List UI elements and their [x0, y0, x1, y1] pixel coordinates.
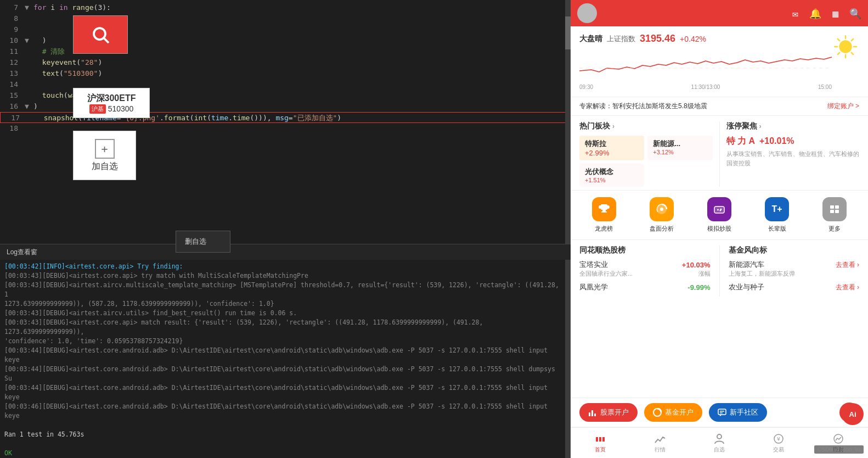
svg-point-16 [660, 208, 663, 211]
limit-stock-desc: 从事珠宝销售、汽车销售、物业租赁、汽车检修的国资控股 [726, 149, 860, 167]
stock-name: 宝塔实业 [579, 260, 608, 270]
ranking-item-baota[interactable]: 宝塔实业 +10.03% 全国轴承行业六家... 涨幅 [579, 260, 711, 278]
line-arrow [25, 68, 33, 79]
line-number: 13 [0, 68, 25, 79]
qr-icon[interactable]: ▦ [832, 8, 838, 19]
sector-name: 光伏概念 [585, 167, 639, 177]
envelope-icon[interactable]: ✉ [792, 8, 798, 19]
line-arrow [25, 90, 33, 101]
log-line: OK [4, 449, 566, 458]
log-scrollbar[interactable] [565, 260, 571, 458]
hot-stocks-col: 同花顺热股榜 宝塔实业 +10.03% 全国轴承行业六家... 涨幅 凤凰光学 … [579, 245, 711, 297]
btn-label: 股票开户 [600, 407, 629, 417]
fund-account-button[interactable]: 基金开户 [644, 403, 702, 422]
sector-pv[interactable]: 光伏概念 +1.51% [579, 164, 644, 187]
svg-rect-17 [714, 206, 724, 213]
chart-svg [579, 49, 832, 82]
ai-label: Ai [849, 410, 856, 418]
log-line: [00:03:43][DEBUG]<airtest.core.api> matc… [4, 318, 566, 337]
search-icon [91, 25, 110, 44]
ranking-divider [719, 245, 720, 297]
line-number: 15 [0, 90, 25, 101]
limit-up-stock-row: 特 力 A +10.01% [726, 136, 860, 147]
func-elder[interactable]: T+ 长辈版 [765, 197, 789, 233]
fund-item-agri[interactable]: 农业与种子 去查看 › [729, 282, 860, 292]
func-label: 更多 [828, 225, 841, 233]
svg-rect-37 [599, 439, 601, 442]
scrollbar-thumb[interactable] [565, 16, 571, 49]
ai-badge[interactable]: Ai [842, 403, 864, 425]
circle-chart-icon [653, 408, 662, 417]
ranking-item-fenghuang[interactable]: 凤凰光学 -9.99% [579, 282, 711, 292]
market-value: 3195.46 [640, 33, 675, 44]
log-line: [00:03:43][DEBUG]<airtest.aircv.utils> f… [4, 309, 566, 318]
func-more[interactable]: 更多 [822, 197, 847, 233]
code-line-13: 13 text("510300") [0, 68, 571, 79]
func-longhubang[interactable]: 龙虎榜 [592, 197, 616, 233]
market-card: 大盘晴 上证指数 3195.46 +0.42% 09:30 11:30/13:0… [571, 26, 868, 97]
stock-change: +10.03% [682, 261, 711, 269]
sector-name: 新能源... [653, 139, 707, 149]
log-line: [00:03:42][INFO]<airtest.core.api> Try f… [4, 262, 566, 271]
context-menu-item-delete[interactable]: 删自选 [176, 233, 230, 250]
stock-code: 510300 [108, 104, 134, 113]
overlay-search-screenshot [73, 15, 128, 54]
stock-change: -9.99% [687, 283, 710, 292]
person-icon [713, 433, 725, 445]
svg-point-22 [719, 210, 721, 211]
stock-desc: 全国轴承行业六家... [579, 270, 633, 278]
fund-link[interactable]: 去查看 › [836, 283, 859, 292]
log-line: [00:03:43][DEBUG]<airtest.aircv.multisca… [4, 281, 566, 299]
svg-rect-34 [596, 437, 598, 439]
nav-market[interactable]: 行情 [654, 433, 666, 454]
news-text: 专家解读：智利安托法加斯塔发生5.8级地震 [579, 102, 823, 111]
func-simulate[interactable]: 模拟炒股 [707, 197, 731, 233]
news-link[interactable]: 绑定账户 > [827, 102, 859, 111]
game-svg [713, 203, 726, 216]
sector-tesla[interactable]: 特斯拉 +2.99% [579, 136, 644, 160]
nav-watchlist[interactable]: 自选 [713, 433, 725, 454]
notification-icon[interactable]: 🔔 [809, 8, 821, 19]
limit-up-arrow[interactable]: › [759, 122, 762, 130]
log-line: [00:03:44][DEBUG]<airtest.core.android.a… [4, 383, 566, 402]
fund-item-new-energy[interactable]: 新能源汽车 去查看 › 上海复工，新能源车反弹 [729, 260, 860, 278]
search-icon[interactable]: 🔍 [849, 8, 861, 19]
line-arrow: ▼ [25, 101, 33, 112]
line-number: 9 [0, 24, 25, 35]
func-panmian[interactable]: 盘面分析 [650, 197, 674, 233]
log-line: [00:03:44][DEBUG]<airtest.core.android.a… [4, 346, 566, 365]
sector-change: +2.99% [585, 149, 639, 157]
svg-rect-23 [830, 205, 834, 209]
fund-name: 新能源汽车 [729, 260, 764, 270]
line-arrow: ▼ [25, 35, 33, 46]
svg-line-8 [852, 53, 853, 54]
stock-account-button[interactable]: 股票开户 [579, 403, 638, 422]
log-line: [00:03:43][DEBUG]<airtest.core.api> try … [4, 271, 566, 281]
line-content: keyevent("28") [33, 57, 571, 68]
line-number: 14 [0, 79, 25, 90]
svg-rect-25 [830, 210, 834, 213]
trophy-svg [598, 203, 611, 216]
fund-link[interactable]: 去查看 › [836, 260, 859, 270]
nav-watchlist-label: 自选 [714, 446, 725, 454]
sector-new-energy[interactable]: 新能源... +3.12% [647, 136, 712, 160]
panmian-icon [650, 197, 674, 221]
svg-rect-26 [835, 210, 839, 213]
longhubang-icon [592, 197, 616, 221]
func-label: 模拟炒股 [707, 225, 731, 233]
svg-rect-32 [720, 411, 724, 412]
community-button[interactable]: 新手社区 [709, 403, 767, 422]
limit-stock-name: 特 力 A [726, 136, 755, 147]
market-index-name: 上证指数 [607, 34, 635, 44]
nav-home[interactable]: 首页 [594, 433, 606, 454]
function-icons-row: 龙虎榜 盘面分析 [571, 191, 868, 240]
hot-sectors-grid: 特斯拉 +2.99% 新能源... +3.12% 光伏概念 +1.51% [579, 136, 713, 187]
sector-change: +1.51% [585, 177, 639, 183]
line-number: 12 [0, 57, 25, 68]
bar-chart-icon [588, 408, 597, 417]
nav-trade[interactable]: ¥ 交易 [773, 433, 785, 454]
editor-panel: 7 ▼ for i in range(3): 8 9 10 ▼ ) [0, 0, 571, 458]
stock-badge: 沪基 [89, 104, 106, 114]
btn-label: 新手社区 [730, 407, 758, 417]
hot-sectors-arrow[interactable]: › [612, 122, 615, 130]
